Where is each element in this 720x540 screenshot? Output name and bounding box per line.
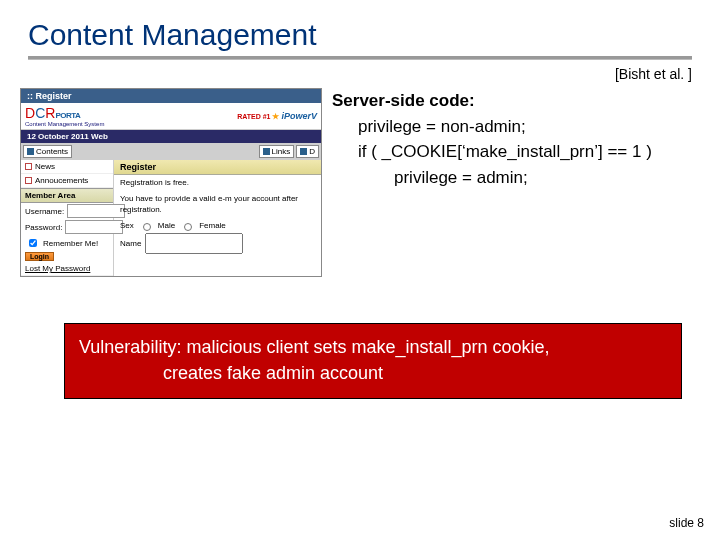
username-row: Username:: [21, 203, 113, 219]
slide-title: Content Management: [0, 0, 720, 56]
citation: [Bisht et al. ]: [0, 60, 720, 82]
tab-links[interactable]: Links: [259, 145, 295, 158]
code-line-3: privilege = admin;: [332, 165, 652, 191]
tabs-row: Contents Links D: [21, 143, 321, 160]
logo-tagline: Content Management System: [25, 121, 104, 127]
login-button[interactable]: Login: [25, 252, 54, 261]
rated-badge: RATED #1 ★ iPowerV: [237, 111, 317, 121]
remember-checkbox[interactable]: [29, 239, 37, 247]
left-column: News Annoucements Member Area Username: …: [21, 160, 114, 276]
code-line-2: if ( _COOKIE[‘make_install_prn’] == 1 ): [332, 139, 652, 165]
tab-contents[interactable]: Contents: [23, 145, 72, 158]
vuln-line-1: Vulnerability: malicious client sets mak…: [79, 334, 667, 360]
code-block: Server-side code: privilege = non-admin;…: [332, 88, 652, 277]
bullet-icon: [25, 163, 32, 170]
code-heading: Server-side code:: [332, 91, 475, 110]
password-row: Password:: [21, 219, 113, 235]
register-header: Register: [114, 160, 321, 175]
member-area-header: Member Area: [21, 188, 113, 203]
square-icon: [300, 148, 307, 155]
date-bar: 12 October 2011 Web: [21, 130, 321, 143]
bullet-icon: [25, 177, 32, 184]
sex-female-radio[interactable]: [184, 223, 192, 231]
square-icon: [27, 148, 34, 155]
code-line-1: privilege = non-admin;: [332, 114, 652, 140]
register-text1: Registration is free.: [114, 175, 321, 191]
sex-male-radio[interactable]: [143, 223, 151, 231]
name-input[interactable]: [145, 233, 243, 254]
tab-d[interactable]: D: [296, 145, 319, 158]
app-screenshot: :: Register DCRPORTA Content Management …: [20, 88, 322, 277]
logo: DCRPORTA: [25, 105, 104, 121]
slide-number: slide 8: [669, 516, 704, 530]
vulnerability-box: Vulnerability: malicious client sets mak…: [64, 323, 682, 399]
sex-row: Sex Male Female: [120, 220, 315, 231]
register-text2: You have to provide a valid e-m your acc…: [114, 191, 321, 218]
lost-password-link[interactable]: Lost My Password: [21, 262, 113, 276]
star-icon: ★: [272, 112, 279, 121]
topbar: :: Register: [21, 89, 321, 103]
name-row: Name: [120, 233, 315, 254]
remember-row: Remember Me!: [21, 235, 113, 251]
nav-announcements[interactable]: Annoucements: [21, 174, 113, 188]
vuln-line-2: creates fake admin account: [79, 360, 667, 386]
right-column: Register Registration is free. You have …: [114, 160, 321, 276]
nav-news[interactable]: News: [21, 160, 113, 174]
banner: DCRPORTA Content Management System RATED…: [21, 103, 321, 130]
square-icon: [263, 148, 270, 155]
